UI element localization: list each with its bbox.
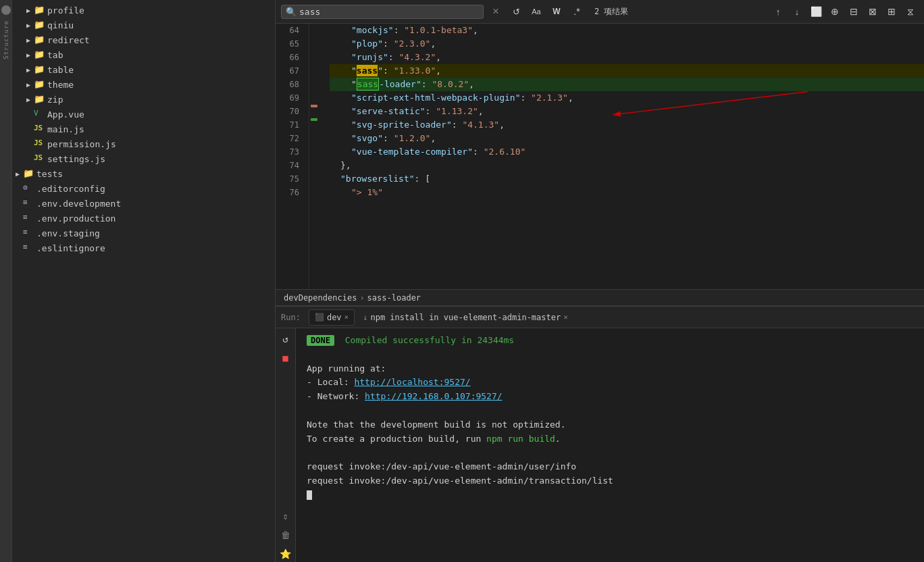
app-running-text: App running at: bbox=[307, 363, 386, 374]
refresh-search-button[interactable]: ↺ bbox=[508, 4, 524, 19]
extra-options-button[interactable]: ⊕ bbox=[827, 4, 843, 19]
sidebar-item-permission-js[interactable]: ▶ JS permission.js bbox=[12, 136, 275, 151]
collapse-arrow-qiniu: ▶ bbox=[23, 20, 34, 30]
sidebar-label-tests: tests bbox=[36, 169, 63, 179]
sidebar-label-qiniu: qiniu bbox=[47, 20, 74, 30]
terminal-note-line: Note that the development build is not o… bbox=[307, 418, 913, 432]
env-icon-eslint: ≡ bbox=[23, 242, 34, 253]
request2-text: request invoke:/dev-api/vue-element-admi… bbox=[307, 476, 613, 486]
sidebar-label-tab: tab bbox=[47, 50, 63, 60]
clear-search-button[interactable]: × bbox=[488, 4, 504, 19]
sidebar-item-eslintignore[interactable]: ▶ ≡ .eslintignore bbox=[12, 240, 275, 255]
search-icon: 🔍 bbox=[286, 7, 297, 17]
sidebar-item-tab[interactable]: ▶ 📁 tab bbox=[12, 47, 275, 62]
more-options-button[interactable]: ⊞ bbox=[883, 4, 900, 19]
line-num-76: 76 bbox=[276, 186, 303, 199]
collapse-arrow-tests: ▶ bbox=[12, 168, 23, 179]
main-area: 🔍 × ↺ Aa W .* 2 项结果 ↑ ↓ ⬜ ⊕ ⊟ ⊠ ⊞ ⧖ 64 6… bbox=[276, 0, 924, 562]
code-indent: "serve-static": "1.13.2", bbox=[330, 105, 484, 118]
terminal-tab-npm-close[interactable]: × bbox=[563, 313, 568, 322]
code-indent: "sass": "1.33.0", bbox=[330, 64, 441, 78]
sidebar-label-app-vue: App.vue bbox=[47, 109, 84, 120]
sidebar-item-table[interactable]: ▶ 📁 table bbox=[12, 62, 275, 77]
terminal-area: Run: ⬛ dev × ↓ npm install in vue-elemen… bbox=[276, 305, 924, 562]
editor-area: 64 65 66 67 68 69 70 71 72 73 74 75 76 bbox=[276, 24, 924, 289]
code-line-71: "svg-sprite-loader": "4.1.3", bbox=[330, 118, 924, 132]
arrow-spacer-main: ▶ bbox=[23, 124, 34, 134]
vue-icon-app: V bbox=[34, 109, 45, 120]
code-line-68: "sass-loader": "8.0.2", bbox=[330, 78, 924, 91]
code-line-70: "serve-static": "1.13.2", bbox=[330, 105, 924, 118]
local-url-link[interactable]: http://localhost:9527/ bbox=[354, 377, 470, 387]
terminal-tab-dev-close[interactable]: × bbox=[344, 313, 349, 322]
sidebar-label-env-prod: .env.production bbox=[36, 213, 116, 224]
network-label-text: - Network: bbox=[307, 391, 365, 401]
whole-word-button[interactable]: W bbox=[548, 4, 565, 19]
line-num-68: 68 bbox=[276, 78, 303, 91]
sidebar-item-editorconfig[interactable]: ▶ ⚙ .editorconfig bbox=[12, 181, 275, 196]
line-num-75: 75 bbox=[276, 172, 303, 186]
collapse-arrow-zip: ▶ bbox=[23, 94, 34, 105]
sidebar-label-redirect: redirect bbox=[47, 35, 90, 45]
extra-options2-button[interactable]: ⊟ bbox=[846, 4, 862, 19]
regex-button[interactable]: .* bbox=[569, 4, 585, 19]
folder-icon-theme: 📁 bbox=[34, 79, 45, 90]
sidebar-item-env-staging[interactable]: ▶ ≡ .env.staging bbox=[12, 226, 275, 240]
sidebar-item-env-dev[interactable]: ▶ ≡ .env.development bbox=[12, 196, 275, 211]
code-indent: "svg-sprite-loader": "4.1.3", bbox=[330, 118, 505, 132]
terminal-add-icon[interactable]: ⭐ bbox=[278, 546, 294, 562]
arrow-spacer-settings: ▶ bbox=[23, 153, 34, 164]
network-url-link[interactable]: http://192.168.0.107:9527/ bbox=[365, 391, 503, 401]
sidebar-item-app-vue[interactable]: ▶ V App.vue bbox=[12, 107, 275, 122]
terminal-local-line: - Local: http://localhost:9527/ bbox=[307, 376, 913, 390]
line-num-71: 71 bbox=[276, 118, 303, 132]
terminal-trash-icon[interactable]: 🗑 bbox=[278, 527, 294, 543]
code-indent: "runjs": "4.3.2", bbox=[330, 51, 441, 64]
arrow-spacer-eslint: ▶ bbox=[12, 242, 23, 253]
terminal-compiled-line: DONE Compiled successfully in 24344ms bbox=[307, 334, 913, 348]
terminal-sidebar: ↺ ■ ⇕ 🗑 ⭐ bbox=[276, 328, 296, 562]
terminal-tab-npm[interactable]: ↓ npm install in vue-element-admin-maste… bbox=[357, 309, 573, 326]
js-icon-main: JS bbox=[34, 124, 45, 134]
search-input-wrapper[interactable]: 🔍 bbox=[281, 5, 484, 19]
line-num-64: 64 bbox=[276, 24, 303, 37]
sidebar-item-profile[interactable]: ▶ 📁 profile bbox=[12, 3, 275, 18]
search-input[interactable] bbox=[299, 7, 479, 17]
code-line-74: }, bbox=[330, 159, 924, 172]
terminal-tab-dev[interactable]: ⬛ dev × bbox=[309, 309, 355, 326]
sidebar-item-main-js[interactable]: ▶ JS main.js bbox=[12, 122, 275, 136]
sidebar-label-zip: zip bbox=[47, 95, 63, 105]
prev-result-button[interactable]: ↑ bbox=[770, 4, 786, 19]
terminal-scroll-icon[interactable]: ⇕ bbox=[278, 508, 294, 524]
env-icon-prod: ≡ bbox=[23, 213, 34, 224]
select-all-button[interactable]: ⊠ bbox=[865, 4, 881, 19]
sidebar-item-env-prod[interactable]: ▶ ≡ .env.production bbox=[12, 211, 275, 226]
toggle-view-button[interactable]: ⬜ bbox=[808, 4, 824, 19]
sidebar-item-tests[interactable]: ▶ 📁 tests bbox=[12, 166, 275, 181]
code-editor[interactable]: "mockjs": "1.0.1-beta3", "plop": "2.3.0"… bbox=[319, 24, 924, 289]
terminal-build-line: To create a production build, run npm ru… bbox=[307, 432, 913, 446]
collapse-arrow-tab: ▶ bbox=[23, 49, 34, 60]
line-num-74: 74 bbox=[276, 159, 303, 172]
code-indent: "mockjs": "1.0.1-beta3", bbox=[330, 24, 478, 37]
folder-icon-redirect: 📁 bbox=[34, 34, 45, 45]
sidebar-item-settings-js[interactable]: ▶ JS settings.js bbox=[12, 151, 275, 166]
search-match-sass-68: sass bbox=[357, 78, 379, 91]
sidebar-item-theme[interactable]: ▶ 📁 theme bbox=[12, 77, 275, 92]
code-line-64: "mockjs": "1.0.1-beta3", bbox=[330, 24, 924, 37]
code-indent: }, bbox=[330, 159, 351, 172]
sidebar-item-redirect[interactable]: ▶ 📁 redirect bbox=[12, 32, 275, 47]
sidebar-label-eslintignore: .eslintignore bbox=[36, 243, 105, 253]
next-result-button[interactable]: ↓ bbox=[789, 4, 805, 19]
sidebar-item-qiniu[interactable]: ▶ 📁 qiniu bbox=[12, 18, 275, 32]
line-num-73: 73 bbox=[276, 145, 303, 159]
sidebar-label-profile: profile bbox=[47, 5, 84, 16]
terminal-stop-icon[interactable]: ■ bbox=[278, 350, 294, 366]
search-match-sass-67: sass bbox=[357, 65, 378, 76]
case-sensitive-button[interactable]: Aa bbox=[528, 4, 544, 19]
sidebar-item-zip[interactable]: ▶ 📁 zip bbox=[12, 92, 275, 107]
filter-button[interactable]: ⧖ bbox=[902, 4, 919, 19]
terminal-refresh-icon[interactable]: ↺ bbox=[278, 331, 294, 347]
terminal-cursor-line bbox=[307, 488, 913, 503]
arrow-spacer-env-dev: ▶ bbox=[12, 198, 23, 209]
